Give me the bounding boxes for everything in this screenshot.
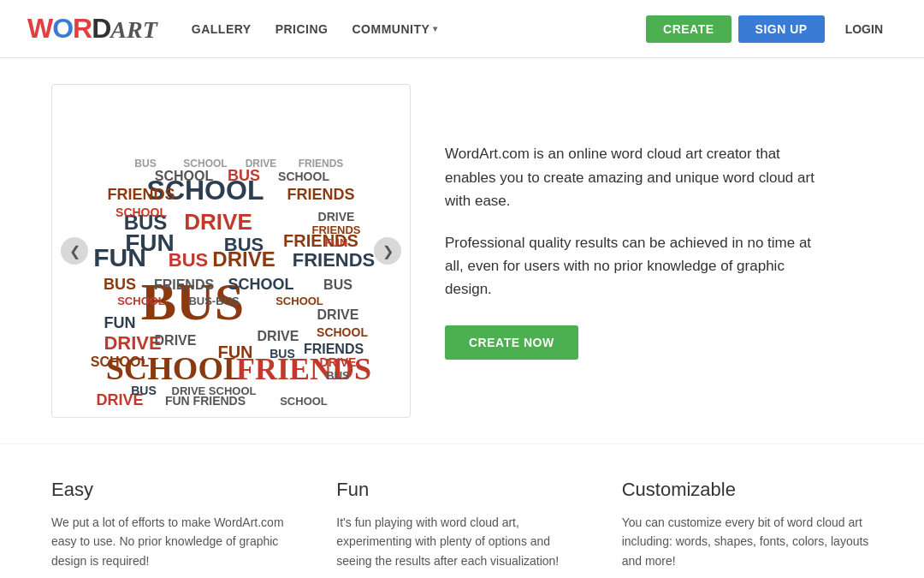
svg-text:BUS: BUS (169, 249, 208, 271)
feature-fun: Fun It's fun playing with word cloud art… (336, 479, 621, 570)
feature-easy-desc: We put a lot of efforts to make WordArt.… (51, 513, 302, 570)
logo-art: ART (110, 16, 157, 44)
nav-pricing[interactable]: PRICING (275, 22, 329, 36)
svg-text:FUN: FUN (325, 236, 348, 249)
svg-text:SCHOOL: SCHOOL (183, 158, 227, 170)
svg-text:SCHOOL: SCHOOL (116, 206, 167, 219)
svg-text:DRIVE: DRIVE (318, 210, 355, 223)
svg-text:DRIVE: DRIVE (212, 247, 275, 271)
svg-text:DRIVE: DRIVE (155, 333, 197, 348)
svg-text:FRIENDS: FRIENDS (304, 342, 364, 356)
feature-customizable-title: Customizable (622, 479, 873, 501)
create-button[interactable]: CREATE (646, 15, 732, 43)
hero-description-2: Professional quality results can be achi… (445, 231, 821, 301)
nav-gallery[interactable]: GALLERY (192, 22, 252, 36)
svg-text:FRIENDS: FRIENDS (299, 158, 344, 170)
wordcloud-carousel: ❮ BUS SCHOOL FRIENDS FUN BUS FRIENDS DRI… (51, 84, 411, 418)
feature-fun-desc: It's fun playing with word cloud art, ex… (336, 513, 587, 570)
wordcloud-image: BUS SCHOOL FRIENDS FUN BUS FRIENDS DRIVE… (73, 97, 389, 405)
svg-text:DRIVE: DRIVE (104, 332, 161, 354)
svg-text:SCHOOL: SCHOOL (91, 355, 150, 369)
logo-word: WORD (27, 13, 110, 45)
features-section: Easy We put a lot of efforts to make Wor… (0, 444, 924, 578)
svg-text:FRIENDS: FRIENDS (293, 249, 376, 271)
svg-text:DRIVE: DRIVE (317, 307, 359, 322)
svg-text:BUS-BUS: BUS-BUS (188, 295, 240, 307)
svg-text:SCHOOL: SCHOOL (317, 325, 368, 339)
svg-text:DRIVE: DRIVE (184, 209, 252, 235)
svg-text:BUS: BUS (323, 277, 352, 292)
svg-text:BUS: BUS (326, 369, 350, 382)
svg-text:FRIENDS: FRIENDS (311, 223, 360, 236)
svg-text:BUS: BUS (228, 167, 260, 184)
svg-text:DRIVE: DRIVE (258, 329, 299, 343)
svg-text:FRIENDS: FRIENDS (154, 277, 215, 292)
navigation: WORD ART GALLERY PRICING COMMUNITY ▾ CRE… (0, 0, 924, 58)
svg-text:FUN: FUN (217, 343, 252, 361)
create-now-button[interactable]: CREATE NOW (445, 325, 578, 360)
nav-links: GALLERY PRICING COMMUNITY ▾ (192, 22, 646, 36)
feature-easy: Easy We put a lot of efforts to make Wor… (51, 479, 336, 570)
hero-section: ❮ BUS SCHOOL FRIENDS FUN BUS FRIENDS DRI… (0, 58, 924, 444)
svg-text:DRIVE: DRIVE (320, 355, 357, 369)
svg-text:FRIENDS: FRIENDS (107, 186, 175, 203)
svg-text:SCHOOL: SCHOOL (155, 169, 214, 183)
svg-text:FUN: FUN (104, 314, 136, 331)
nav-community[interactable]: COMMUNITY ▾ (352, 22, 438, 36)
svg-text:SCHOOL: SCHOOL (278, 170, 329, 183)
svg-text:DRIVE: DRIVE (246, 158, 277, 170)
feature-easy-title: Easy (51, 479, 302, 501)
svg-text:FUN: FUN (93, 243, 146, 271)
feature-customizable-desc: You can customize every bit of word clou… (622, 513, 873, 570)
nav-community-label: COMMUNITY (352, 22, 430, 36)
community-chevron-icon: ▾ (433, 24, 438, 33)
login-button[interactable]: LOGIN (832, 15, 897, 43)
svg-text:BUS: BUS (270, 347, 295, 361)
svg-text:BUS: BUS (104, 276, 136, 293)
logo[interactable]: WORD ART (27, 13, 157, 45)
carousel-next-button[interactable]: ❯ (374, 237, 401, 265)
feature-customizable: Customizable You can customize every bit… (622, 479, 873, 570)
carousel-prev-button[interactable]: ❮ (61, 237, 88, 265)
svg-text:SCHOOL: SCHOOL (275, 295, 323, 307)
svg-text:BUS: BUS (134, 158, 156, 170)
svg-text:BUS: BUS (131, 384, 157, 397)
svg-text:SCHOOL: SCHOOL (117, 295, 165, 307)
signup-button[interactable]: SIGN UP (738, 15, 825, 43)
nav-actions: CREATE SIGN UP LOGIN (646, 15, 897, 43)
svg-text:SCHOOL: SCHOOL (228, 276, 293, 293)
svg-text:FRIENDS: FRIENDS (287, 186, 354, 203)
feature-fun-title: Fun (336, 479, 587, 501)
hero-text: WordArt.com is an online word cloud art … (445, 142, 821, 359)
svg-text:SCHOOL: SCHOOL (280, 395, 328, 405)
hero-description-1: WordArt.com is an online word cloud art … (445, 142, 821, 212)
svg-text:DRIVE  SCHOOL: DRIVE SCHOOL (172, 384, 257, 397)
